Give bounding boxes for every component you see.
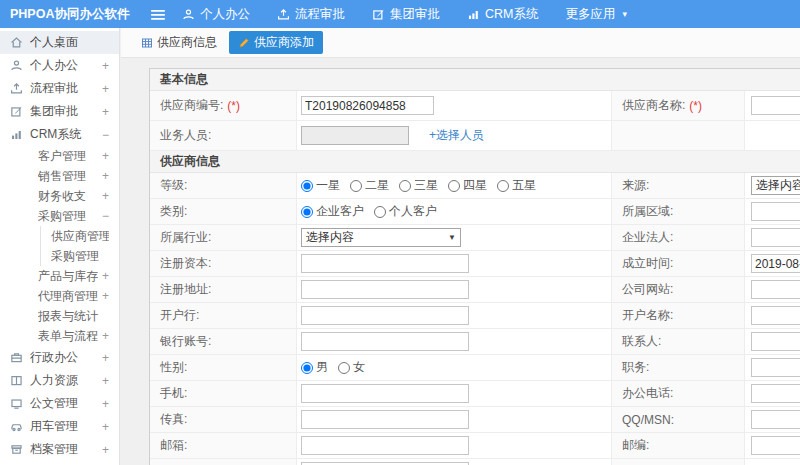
supplier-add-tab[interactable]: 供应商添加 [229,31,323,54]
radio-input[interactable] [301,206,313,218]
form-row: 手机:办公电话: [150,381,800,407]
radio-option[interactable]: 一星 [301,177,340,194]
topbar-nav-item[interactable]: CRM系统 [467,6,538,23]
supplier-info-tab[interactable]: 供应商信息 [135,31,223,54]
radio-input[interactable] [448,180,460,192]
sidebar-item[interactable]: 人力资源+ [0,369,119,392]
sidebar-item[interactable]: 采购管理− [0,206,119,226]
select-box[interactable]: 选择内容▼ [301,228,461,247]
sidebar-item[interactable]: 公文管理+ [0,392,119,415]
expand-toggle-icon[interactable]: + [102,374,109,388]
expand-toggle-icon[interactable]: + [102,420,109,434]
text-input[interactable] [751,280,800,299]
sidebar-item[interactable]: CRM系统− [0,123,119,146]
radio-input[interactable] [350,180,362,192]
topbar-nav-item[interactable]: 个人办公 [182,6,250,23]
text-input[interactable] [301,332,469,351]
expand-toggle-icon[interactable]: + [102,351,109,365]
sidebar-item[interactable]: 销售管理+ [0,166,119,186]
radio-input[interactable] [301,180,313,192]
radio-option[interactable]: 个人客户 [374,203,437,220]
expand-toggle-icon[interactable]: − [102,128,109,142]
topbar-nav-item[interactable]: 集团审批 [372,6,440,23]
radio-option[interactable]: 五星 [497,177,536,194]
form-label-cell: 银行账号: [150,329,297,354]
radio-option[interactable]: 企业客户 [301,203,364,220]
sidebar-item-label: 用车管理 [30,418,98,435]
sidebar-item-label: 客户管理 [38,148,98,165]
text-input[interactable] [751,358,800,377]
section-header: 基本信息 [150,69,800,91]
text-input[interactable] [301,96,434,115]
form-row: 类别:企业客户个人客户所属区域: [150,199,800,225]
topbar-nav-item[interactable]: 更多应用▾ [565,6,627,23]
required-mark: (*) [227,99,240,113]
expand-toggle-icon[interactable]: − [102,209,109,223]
sidebar-item[interactable]: 代理商管理+ [0,286,119,306]
radio-option[interactable]: 三星 [399,177,438,194]
text-input[interactable] [751,202,800,221]
sidebar-item[interactable]: 集团审批+ [0,100,119,123]
radio-input[interactable] [374,206,386,218]
sidebar-item[interactable]: 产品与库存+ [0,266,119,286]
form-field-cell: 选择内容▼ [745,173,800,198]
expand-toggle-icon[interactable]: + [102,329,109,343]
radio-input[interactable] [301,362,313,374]
expand-toggle-icon[interactable]: + [102,59,109,73]
text-input[interactable] [301,254,469,273]
sidebar-item[interactable]: 个人桌面 [0,31,119,54]
expand-toggle-icon[interactable]: + [102,269,109,283]
radio-option-label: 女 [353,359,365,376]
text-input[interactable] [301,436,469,455]
text-input[interactable] [751,410,800,429]
sidebar-item[interactable]: 行政办公+ [0,346,119,369]
radio-input[interactable] [338,362,350,374]
sidebar-item[interactable]: 个人办公+ [0,54,119,77]
expand-toggle-icon[interactable]: + [102,149,109,163]
expand-toggle-icon[interactable]: + [102,105,109,119]
sidebar-item-label: 人力资源 [30,372,98,389]
text-input[interactable] [751,436,800,455]
sidebar-item[interactable]: 流程审批+ [0,77,119,100]
expand-toggle-icon[interactable]: + [102,397,109,411]
edit-icon [372,8,385,21]
sidebar-item[interactable]: 采购管理 [40,246,119,266]
text-input[interactable] [301,384,469,403]
sidebar-item[interactable]: 档案管理+ [0,438,119,461]
sidebar-item[interactable]: 客户管理+ [0,146,119,166]
sidebar-item[interactable]: 财务收支+ [0,186,119,206]
sidebar-item[interactable]: 供应商管理 [40,226,119,246]
expand-toggle-icon[interactable]: + [102,443,109,457]
radio-input[interactable] [497,180,509,192]
radio-option[interactable]: 二星 [350,177,389,194]
text-input[interactable] [751,332,800,351]
text-input[interactable] [751,254,800,273]
text-input[interactable] [751,384,800,403]
text-input[interactable] [301,410,469,429]
topbar-nav-item[interactable]: 流程审批 [277,6,345,23]
menu-icon[interactable] [150,8,166,20]
sidebar-item[interactable]: 用车管理+ [0,415,119,438]
select-person-link[interactable]: +选择人员 [429,127,484,144]
expand-toggle-icon[interactable]: + [102,289,109,303]
text-input[interactable] [301,280,469,299]
text-input[interactable] [751,228,800,247]
radio-option[interactable]: 四星 [448,177,487,194]
topbar-nav-label: 更多应用 [565,6,615,23]
text-input[interactable] [751,306,800,325]
form-field-cell [745,459,800,465]
expand-toggle-icon[interactable]: + [102,189,109,203]
text-input[interactable] [751,96,800,115]
form-label-cell [612,121,745,150]
radio-option[interactable]: 男 [301,359,328,376]
sidebar-item[interactable]: 表单与流程设置+ [0,326,119,346]
radio-option[interactable]: 女 [338,359,365,376]
text-input[interactable] [301,126,409,145]
radio-input[interactable] [399,180,411,192]
sidebar-item-label: 采购管理 [51,248,109,265]
select-box[interactable]: 选择内容▼ [751,176,800,195]
sidebar-item[interactable]: 报表与统计 [0,306,119,326]
expand-toggle-icon[interactable]: + [102,169,109,183]
text-input[interactable] [301,306,469,325]
expand-toggle-icon[interactable]: + [102,82,109,96]
